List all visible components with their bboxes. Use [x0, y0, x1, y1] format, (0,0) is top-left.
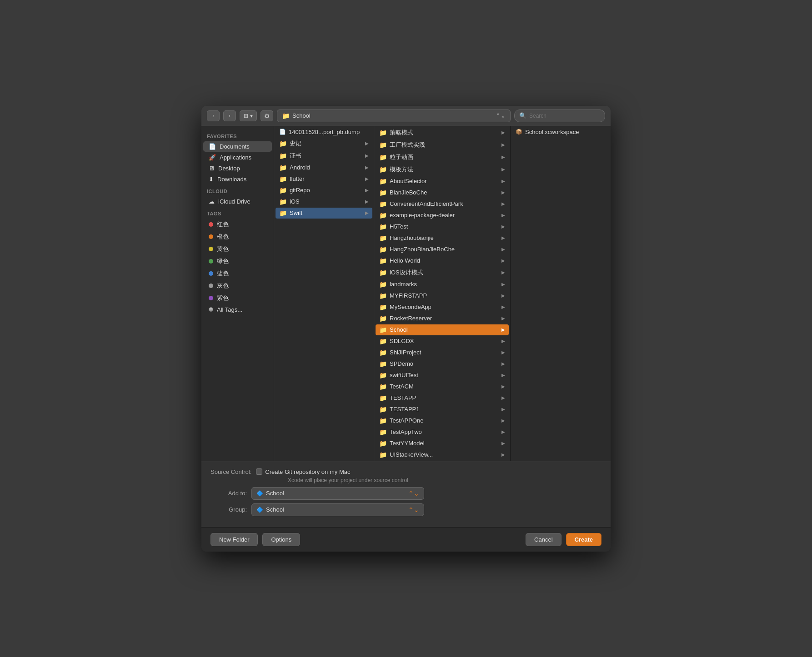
- sidebar-item-tag-green[interactable]: 绿色: [203, 255, 272, 267]
- list-item[interactable]: 📁 School ▶: [376, 324, 509, 335]
- cancel-button[interactable]: Cancel: [526, 533, 561, 546]
- list-item[interactable]: 📁 UIStackerView... ▶: [376, 449, 509, 460]
- list-item[interactable]: 📁 landmarks ▶: [376, 279, 509, 290]
- list-item[interactable]: 📁 TESTAPP1 ▶: [376, 404, 509, 415]
- folder-icon: 📁: [379, 417, 387, 424]
- sidebar-item-tag-purple[interactable]: 紫色: [203, 292, 272, 304]
- chevron-right-icon: ▶: [501, 247, 505, 252]
- sidebar-item-desktop[interactable]: 🖥 Desktop: [203, 163, 272, 174]
- git-checkbox[interactable]: [256, 468, 262, 475]
- options-button[interactable]: Options: [262, 533, 300, 546]
- file-icon: 📄: [279, 129, 286, 135]
- list-item[interactable]: 📁 粒子动画 ▶: [376, 151, 509, 163]
- file-label: 粒子动画: [390, 153, 413, 161]
- list-item[interactable]: 📁 Hangzhoubianjie ▶: [376, 233, 509, 244]
- list-item[interactable]: 📁 工厂模式实践 ▶: [376, 139, 509, 151]
- list-item[interactable]: 📁 MYFIRSTAPP ▶: [376, 290, 509, 301]
- sidebar-item-label: Applications: [220, 154, 251, 161]
- sidebar-item-downloads[interactable]: ⬇ Downloads: [203, 174, 272, 184]
- forward-button[interactable]: ›: [223, 110, 236, 121]
- list-item[interactable]: 📁 策略模式 ▶: [376, 127, 509, 139]
- list-item[interactable]: 📁 TestAPPOne ▶: [376, 415, 509, 426]
- sidebar-item-tag-yellow[interactable]: 黄色: [203, 243, 272, 255]
- back-button[interactable]: ‹: [207, 110, 220, 121]
- sidebar-item-tag-orange[interactable]: 橙色: [203, 231, 272, 243]
- list-item[interactable]: 📁 证书 ▶: [276, 150, 372, 162]
- sidebar-item-tag-blue[interactable]: 蓝色: [203, 268, 272, 279]
- file-label: UIStackerView...: [390, 451, 433, 458]
- file-label: BianJieBoChe: [390, 189, 427, 196]
- folder-icon: 📁: [379, 394, 387, 402]
- sidebar-item-tag-red[interactable]: 红色: [203, 219, 272, 230]
- list-item[interactable]: 📁 RocketReserver ▶: [376, 313, 509, 324]
- icloud-section-title: iCloud: [201, 185, 274, 196]
- file-label: Android: [290, 164, 310, 171]
- list-item[interactable]: 📁 史记 ▶: [276, 138, 372, 149]
- tag-purple-dot: [209, 296, 213, 300]
- location-selector[interactable]: 📁 School ⌃⌄: [277, 110, 511, 122]
- action-row: New Folder Options Cancel Create: [201, 527, 611, 552]
- group-selector[interactable]: 🔷 School ⌃⌄: [251, 503, 424, 516]
- file-label: ShiJIProject: [390, 349, 421, 356]
- folder-icon: 📁: [379, 281, 387, 288]
- sidebar-item-all-tags[interactable]: All Tags...: [203, 304, 272, 315]
- sidebar-item-tag-gray[interactable]: 灰色: [203, 280, 272, 292]
- chevron-right-icon: ▶: [365, 199, 369, 204]
- action-button[interactable]: ⚙: [261, 110, 273, 121]
- list-item[interactable]: 📁 模板方法 ▶: [376, 164, 509, 175]
- chevron-right-icon: ▶: [501, 418, 505, 423]
- chevron-right-icon: ▶: [501, 190, 505, 195]
- chevron-right-icon: ▶: [365, 141, 369, 146]
- list-item[interactable]: 📁 TestYYModel ▶: [376, 438, 509, 449]
- list-item[interactable]: 📄 140011528...port_pb.dump: [276, 127, 372, 137]
- list-item[interactable]: 📁 HangZhouBianJieBoChe ▶: [376, 244, 509, 255]
- list-item[interactable]: 📁 iOS ▶: [276, 196, 372, 207]
- new-folder-button[interactable]: New Folder: [211, 533, 258, 546]
- list-item[interactable]: 📁 BianJieBoChe ▶: [376, 187, 509, 198]
- list-item[interactable]: 📁 H5Test ▶: [376, 221, 509, 232]
- add-to-selector[interactable]: 🔷 School ⌃⌄: [251, 487, 424, 500]
- tag-label: 橙色: [217, 233, 229, 241]
- list-item[interactable]: 📁 ConvenientAndEfficientPark ▶: [376, 199, 509, 209]
- folder-icon: 📁: [379, 129, 387, 136]
- folder-icon: 📁: [279, 140, 287, 147]
- list-item[interactable]: 📁 iOS设计模式 ▶: [376, 267, 509, 279]
- list-item[interactable]: 📁 MySecondeApp ▶: [376, 302, 509, 313]
- view-button[interactable]: ⊞ ▾: [240, 110, 257, 121]
- chevron-right-icon: ▶: [501, 167, 505, 172]
- sidebar-item-applications[interactable]: 🚀 Applications: [203, 152, 272, 163]
- list-item[interactable]: 📁 ShiJIProject ▶: [376, 347, 509, 358]
- folder-icon: 📁: [379, 200, 387, 208]
- sidebar-item-icloud-drive[interactable]: ☁ iCloud Drive: [203, 196, 272, 207]
- list-item[interactable]: 📁 Swift ▶: [276, 208, 372, 219]
- list-item[interactable]: 📁 gitRepo ▶: [276, 185, 372, 196]
- file-label: School.xcworkspace: [525, 129, 579, 135]
- list-item[interactable]: 📁 TESTAPP ▶: [376, 393, 509, 403]
- list-item[interactable]: 📁 flutter ▶: [276, 174, 372, 184]
- list-item[interactable]: 📁 example-package-dealer ▶: [376, 210, 509, 221]
- file-label: Hello World: [390, 257, 420, 264]
- chevron-right-icon: ▶: [501, 316, 505, 321]
- list-item[interactable]: 📁 Hello World ▶: [376, 255, 509, 266]
- search-box[interactable]: 🔍: [514, 110, 605, 122]
- create-button[interactable]: Create: [566, 533, 601, 546]
- list-item[interactable]: 📁 TestACM ▶: [376, 381, 509, 392]
- view-icon: ⊞: [244, 113, 248, 119]
- list-item[interactable]: 📁 SDLGDX ▶: [376, 336, 509, 347]
- folder-icon: 📁: [379, 383, 387, 390]
- folder-icon: 📁: [379, 372, 387, 379]
- list-item[interactable]: 📁 SPDemo ▶: [376, 358, 509, 369]
- list-item[interactable]: 📁 swiftUITest ▶: [376, 370, 509, 381]
- list-item[interactable]: 📁 AboutSelector ▶: [376, 176, 509, 187]
- list-item[interactable]: 📦 School.xcworkspace: [512, 127, 609, 137]
- tags-section-title: Tags: [201, 207, 274, 218]
- main-body: Favorites 📄 Documents 🚀 Applications 🖥 D…: [201, 126, 611, 461]
- search-input[interactable]: [529, 113, 600, 119]
- chevron-right-icon: ▶: [501, 384, 505, 389]
- add-to-row: Add to: 🔷 School ⌃⌄: [211, 487, 601, 500]
- sidebar-item-documents[interactable]: 📄 Documents: [203, 141, 272, 152]
- list-item[interactable]: 📁 TestAppTwo ▶: [376, 427, 509, 438]
- all-tags-label: All Tags...: [217, 306, 242, 313]
- list-item[interactable]: 📁 Android ▶: [276, 162, 372, 173]
- file-label: ConvenientAndEfficientPark: [390, 200, 463, 207]
